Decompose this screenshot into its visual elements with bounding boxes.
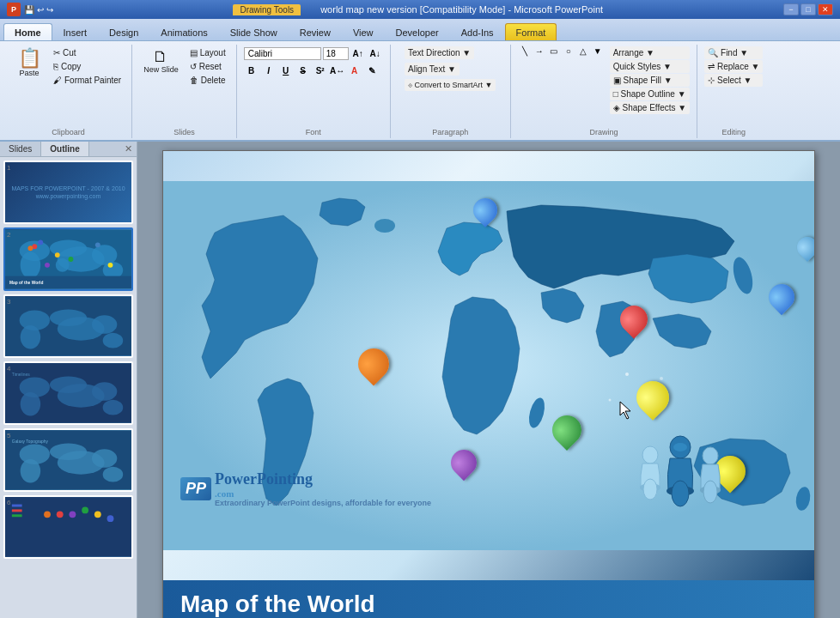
triangle-shape[interactable]: △ <box>576 46 590 56</box>
sidebar-close-button[interactable]: ✕ <box>120 142 137 156</box>
highlight-button[interactable]: ✎ <box>364 64 380 77</box>
window-controls[interactable]: − □ ✕ <box>783 3 833 15</box>
tab-format[interactable]: Format <box>505 23 557 40</box>
shape-outline-button[interactable]: □ Shape Outline ▼ <box>610 88 691 100</box>
svg-point-35 <box>21 459 41 482</box>
pin-orange-na[interactable] <box>358 348 389 379</box>
format-painter-button[interactable]: 🖌 Format Painter <box>50 74 125 87</box>
text-direction-button[interactable]: Text Direction ▼ <box>405 46 474 59</box>
pin-purple-sa[interactable] <box>451 450 477 476</box>
svg-point-23 <box>92 315 117 334</box>
minimize-button[interactable]: − <box>783 3 799 15</box>
align-text-button[interactable]: Align Text ▼ <box>405 63 460 76</box>
arrange-button[interactable]: Arrange ▼ <box>610 46 691 59</box>
circle-shape[interactable]: ○ <box>562 46 575 56</box>
shadow-button[interactable]: S² <box>313 64 328 77</box>
logo-tagline: Extraordinary PowerPoint designs, afford… <box>215 499 431 507</box>
slide-title: Map of the World <box>180 591 797 618</box>
close-button[interactable]: ✕ <box>818 3 833 15</box>
maximize-button[interactable]: □ <box>800 3 816 15</box>
copy-icon: ⎘ <box>53 62 58 71</box>
quick-styles-button[interactable]: Quick Styles ▼ <box>610 60 691 73</box>
tab-slideshow[interactable]: Slide Show <box>219 23 289 40</box>
bold-button[interactable]: B <box>244 64 259 77</box>
font-content: A↑ A↓ B I U S S² A↔ A ✎ <box>244 46 383 138</box>
align-text-row: Align Text ▼ <box>405 63 460 76</box>
thumb-preview-2: Map of the World <box>5 229 131 289</box>
convert-smartart-button[interactable]: ⟐ Convert to SmartArt ▼ <box>405 79 496 91</box>
slide-thumb-3[interactable]: 3 <box>3 294 133 358</box>
pin-green-africa[interactable] <box>552 415 581 445</box>
slide-num-4: 4 <box>7 365 10 373</box>
slide-thumb-6[interactable]: 6 <box>3 495 133 559</box>
tab-addins[interactable]: Add-Ins <box>450 23 505 40</box>
pin-yellow-asia[interactable] <box>636 381 669 414</box>
thumb-content-6 <box>5 497 131 557</box>
slide-thumb-2[interactable]: Map of the World 2 <box>3 227 133 291</box>
sidebar-tab-outline[interactable]: Outline <box>41 142 88 156</box>
pin-red-russia[interactable] <box>620 306 648 333</box>
tab-review[interactable]: Review <box>289 23 342 40</box>
shape-effects-button[interactable]: ◈ Shape Effects ▼ <box>610 101 691 114</box>
format-painter-label: Format Painter <box>64 76 121 85</box>
pin-head-blue-east <box>764 279 800 315</box>
editing-group-label: Editing <box>697 128 770 136</box>
paste-button[interactable]: 📋 Paste <box>12 46 46 80</box>
pin-blue-east[interactable] <box>769 284 794 310</box>
svg-point-39 <box>103 467 124 482</box>
increase-font-button[interactable]: A↑ <box>350 46 366 60</box>
tab-animations[interactable]: Animations <box>149 23 218 40</box>
layout-button[interactable]: ▤ Layout <box>186 46 229 59</box>
tab-view[interactable]: View <box>342 23 385 40</box>
slide-num-3: 3 <box>7 298 10 306</box>
pin-blue-north[interactable] <box>473 198 497 222</box>
new-slide-button[interactable]: 🗋 New Slide <box>139 46 183 76</box>
svg-point-14 <box>108 263 113 268</box>
cut-button[interactable]: ✂ Cut <box>50 46 125 59</box>
tab-insert[interactable]: Insert <box>52 23 99 40</box>
delete-button[interactable]: 🗑 Delete <box>186 74 229 87</box>
delete-label: Delete <box>201 76 226 85</box>
underline-button[interactable]: U <box>278 64 294 77</box>
more-shapes[interactable]: ▼ <box>591 46 605 56</box>
select-button[interactable]: ⊹ Select ▼ <box>704 74 763 87</box>
svg-point-15 <box>95 242 100 247</box>
arrow-shape[interactable]: → <box>533 46 546 56</box>
slide-thumb-5[interactable]: Galaxy Topography 5 <box>3 428 133 492</box>
svg-text:Galaxy Topography: Galaxy Topography <box>12 439 49 444</box>
font-color-button[interactable]: A <box>347 64 362 77</box>
svg-point-11 <box>27 245 33 251</box>
slide-main[interactable]: PP PowerPointing.com Extraordinary Power… <box>163 151 815 580</box>
svg-point-46 <box>57 511 64 518</box>
smartart-row: ⟐ Convert to SmartArt ▼ <box>405 79 496 91</box>
char-spacing-button[interactable]: A↔ <box>330 64 345 77</box>
decrease-font-button[interactable]: A↓ <box>368 46 383 60</box>
font-family-input[interactable] <box>244 47 321 60</box>
thumb-map-2: Map of the World <box>5 229 131 289</box>
italic-button[interactable]: I <box>261 64 277 77</box>
sidebar-tab-slides[interactable]: Slides <box>0 142 41 156</box>
replace-button[interactable]: ⇌ Replace ▼ <box>704 60 763 73</box>
find-button[interactable]: 🔍 Find ▼ <box>704 46 763 59</box>
line-shape[interactable]: ╲ <box>518 46 532 56</box>
ribbon-group-font: A↑ A↓ B I U S S² A↔ A ✎ Font <box>237 45 391 138</box>
shape-fill-button[interactable]: ▣ Shape Fill ▼ <box>610 74 691 87</box>
content-area: PP PowerPointing.com Extraordinary Power… <box>137 142 840 618</box>
font-family-row: A↑ A↓ <box>244 46 383 60</box>
strikethrough-button[interactable]: S <box>295 64 311 77</box>
rect-shape[interactable]: ▭ <box>547 46 561 56</box>
copy-button[interactable]: ⎘ Copy <box>50 60 125 73</box>
clipboard-group-label: Clipboard <box>5 128 131 136</box>
pin-lightblue-ne[interactable] <box>797 237 815 258</box>
font-size-input[interactable] <box>323 47 349 60</box>
tab-home[interactable]: Home <box>3 23 52 40</box>
reset-button[interactable]: ↺ Reset <box>186 60 229 73</box>
tab-design[interactable]: Design <box>98 23 149 40</box>
tab-developer[interactable]: Developer <box>385 23 450 40</box>
pin-head-green-africa <box>546 409 587 451</box>
svg-point-69 <box>703 481 717 503</box>
svg-point-62 <box>643 479 657 500</box>
logo-name: PowerPointing.com <box>215 470 431 499</box>
slide-thumb-4[interactable]: Timelines 4 <box>3 361 133 425</box>
slide-thumb-1[interactable]: MAPS FOR POWERPOINT - 2007 & 2010www.pow… <box>3 161 133 224</box>
